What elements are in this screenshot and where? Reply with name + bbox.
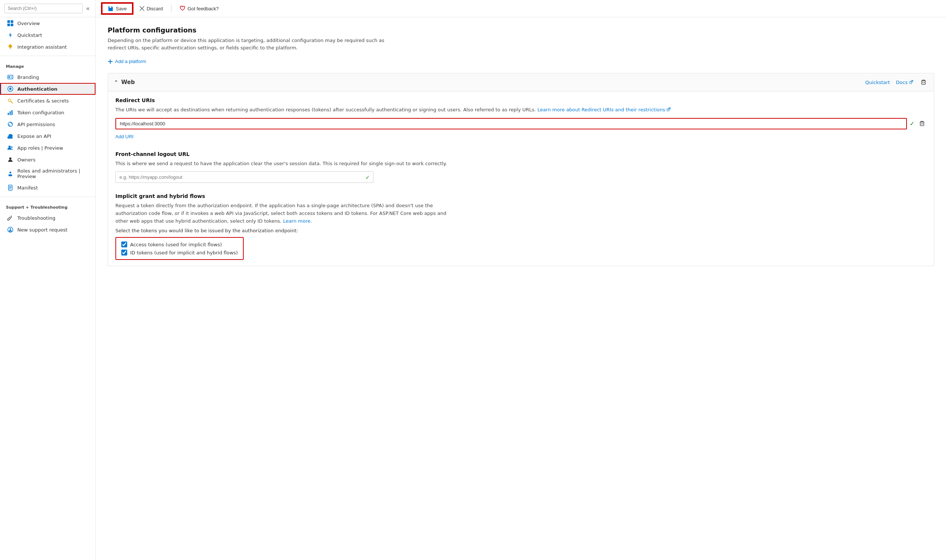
sidebar-item-new-support[interactable]: New support request	[0, 224, 95, 235]
chevron-up-icon[interactable]: ⌃	[114, 79, 118, 85]
sidebar-item-owners[interactable]: Owners	[0, 154, 95, 166]
svg-rect-1	[11, 20, 13, 23]
sidebar-item-label: Quickstart	[17, 32, 42, 38]
redirect-uri-row: ✓	[115, 118, 926, 129]
person-icon	[7, 156, 14, 163]
access-tokens-label: Access tokens (used for implicit flows)	[130, 242, 222, 248]
grid-icon	[7, 20, 14, 26]
svg-rect-14	[9, 111, 11, 115]
sidebar-item-api-permissions[interactable]: API permissions	[0, 118, 95, 130]
sidebar-item-label: Certificates & secrets	[17, 98, 69, 104]
redirect-learn-more-link[interactable]: Learn more about Redirect URIs and their…	[537, 107, 665, 112]
svg-point-20	[9, 172, 11, 174]
frontchannel-desc: This is where we send a request to have …	[115, 160, 926, 168]
svg-rect-37	[920, 122, 924, 126]
sidebar-item-branding[interactable]: Branding	[0, 71, 95, 83]
sidebar-item-label: App roles | Preview	[17, 145, 63, 151]
platform-desc: Depending on the platform or device this…	[108, 37, 395, 51]
sidebar-item-label: Troubleshooting	[17, 215, 55, 221]
implicit-learn-more-link[interactable]: Learn more.	[283, 218, 312, 224]
redirect-uri-delete-button[interactable]	[918, 119, 926, 128]
access-tokens-checkbox[interactable]	[121, 242, 127, 248]
bar-chart-icon	[7, 109, 14, 116]
web-card-delete-button[interactable]	[919, 78, 928, 87]
web-quickstart-link[interactable]: Quickstart	[865, 80, 890, 85]
svg-rect-3	[11, 24, 13, 26]
svg-point-19	[9, 157, 11, 160]
collapse-button[interactable]: «	[85, 5, 91, 12]
wrench-icon	[7, 215, 14, 221]
add-platform-button[interactable]: Add a platform	[108, 57, 146, 66]
id-tokens-row[interactable]: ID tokens (used for implicit and hybrid …	[121, 249, 238, 255]
save-label: Save	[116, 6, 127, 11]
web-card: ⌃ Web Quickstart Docs Redire	[108, 73, 934, 266]
sidebar-item-token-config[interactable]: Token configuration	[0, 106, 95, 118]
implicit-section: Implicit grant and hybrid flows Request …	[115, 193, 926, 260]
sidebar-divider-2	[0, 197, 95, 197]
sidebar-item-roles-admin[interactable]: Roles and administrators | Preview	[0, 166, 95, 182]
toolbar: Save Discard Got feedback?	[96, 0, 946, 17]
sidebar-item-certificates[interactable]: Certificates & secrets	[0, 95, 95, 106]
feedback-label: Got feedback?	[188, 6, 219, 11]
sidebar-item-label: Owners	[17, 157, 35, 163]
logout-url-wrap: ✓	[115, 171, 374, 183]
shield-circle-icon	[7, 86, 14, 92]
add-platform-label: Add a platform	[115, 58, 146, 64]
sidebar-item-overview[interactable]: Overview	[0, 17, 95, 29]
toolbar-separator	[171, 5, 171, 12]
main-content: Save Discard Got feedback? Platform conf…	[96, 0, 946, 560]
search-bar: «	[0, 0, 95, 17]
cloud-icon	[7, 133, 14, 139]
sidebar-item-label: New support request	[17, 227, 68, 232]
redirect-uri-input[interactable]	[115, 118, 907, 129]
external-link-icon	[909, 80, 913, 84]
person-circle-icon	[7, 226, 14, 233]
save-icon	[108, 6, 114, 11]
doc-icon	[7, 184, 14, 191]
id-tokens-checkbox[interactable]	[121, 249, 127, 255]
logout-url-input[interactable]	[115, 171, 374, 183]
sidebar-item-label: Roles and administrators | Preview	[17, 168, 89, 179]
save-button[interactable]: Save	[102, 3, 133, 14]
trash-icon	[921, 79, 926, 85]
id-tokens-label: ID tokens (used for implicit and hybrid …	[130, 250, 238, 255]
redirect-uris-section: Redirect URIs The URIs we will accept as…	[115, 97, 926, 141]
sidebar-item-expose-api[interactable]: Expose an API	[0, 130, 95, 142]
sidebar-item-authentication[interactable]: Authentication	[0, 83, 95, 95]
add-uri-button[interactable]: Add URI	[115, 132, 134, 141]
sidebar-item-label: Overview	[17, 21, 40, 26]
discard-icon	[139, 6, 145, 11]
web-docs-link[interactable]: Docs	[896, 80, 913, 85]
access-tokens-row[interactable]: Access tokens (used for implicit flows)	[121, 242, 238, 248]
svg-rect-2	[8, 24, 10, 26]
redirect-uris-desc: The URIs we will accept as destinations …	[115, 106, 926, 114]
sidebar-item-quickstart[interactable]: Quickstart	[0, 29, 95, 41]
sidebar-item-app-roles[interactable]: App roles | Preview	[0, 142, 95, 154]
svg-rect-6	[8, 76, 10, 78]
logout-input-check-icon: ✓	[365, 174, 370, 180]
rocket-icon	[7, 43, 14, 50]
web-card-actions: Quickstart Docs	[865, 78, 928, 87]
web-card-header: ⌃ Web Quickstart Docs	[108, 73, 934, 91]
plus-icon	[108, 59, 113, 64]
svg-rect-21	[8, 174, 12, 176]
svg-point-27	[9, 228, 11, 230]
tokens-checkboxes: Access tokens (used for implicit flows) …	[115, 237, 244, 260]
sidebar-item-integration-assistant[interactable]: Integration assistant	[0, 41, 95, 53]
id-card-icon	[7, 74, 14, 80]
search-input[interactable]	[5, 4, 83, 13]
sidebar-item-label: Authentication	[17, 86, 57, 92]
sidebar-item-troubleshooting[interactable]: Troubleshooting	[0, 212, 95, 224]
svg-marker-4	[9, 32, 12, 38]
feedback-button[interactable]: Got feedback?	[174, 4, 224, 13]
svg-rect-13	[8, 113, 9, 115]
manage-section-label: Manage	[0, 59, 95, 71]
implicit-desc: Request a token directly from the author…	[115, 202, 447, 225]
sidebar-item-manifest[interactable]: Manifest	[0, 182, 95, 194]
sidebar-item-label: API permissions	[17, 122, 55, 127]
page-content: Platform configurations Depending on the…	[96, 17, 946, 560]
people2-icon	[7, 170, 14, 177]
discard-button[interactable]: Discard	[134, 4, 168, 13]
frontchannel-title: Front-channel logout URL	[115, 151, 926, 157]
svg-rect-0	[8, 20, 10, 23]
